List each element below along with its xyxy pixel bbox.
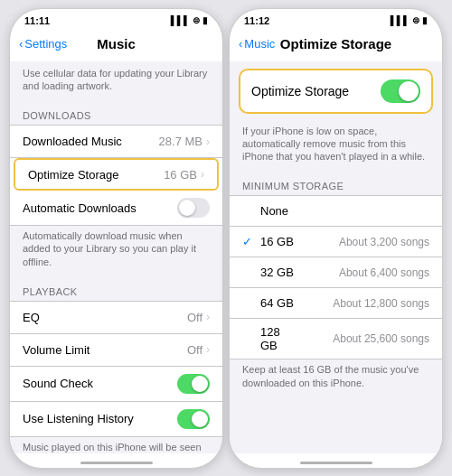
min-storage-label: MINIMUM STORAGE — [230, 170, 442, 195]
32gb-desc: About 6,400 songs — [298, 266, 429, 279]
automatic-downloads-label: Automatic Downloads — [23, 201, 137, 215]
32gb-size-label: 32 GB — [260, 266, 298, 279]
listening-history-knob — [192, 411, 208, 427]
right-screen-content: Optimize Storage If your iPhone is low o… — [230, 61, 442, 453]
optimize-storage-chevron: › — [201, 168, 204, 181]
volume-limit-row[interactable]: Volume Limit Off › — [10, 334, 222, 367]
play-desc: Music played on this iPhone will be seen… — [10, 437, 222, 453]
left-home-indicator — [10, 453, 222, 468]
left-back-button[interactable]: ‹ Settings — [19, 37, 67, 51]
volume-limit-label: Volume Limit — [23, 343, 89, 357]
playback-section-label: PLAYBACK — [10, 275, 222, 301]
optimize-big-toggle-switch[interactable] — [381, 79, 420, 103]
right-time: 11:12 — [244, 15, 269, 26]
phones-container: 11:11 ▌▌▌ ⊜ ▮ ‹ Settings Music Use cellu… — [4, 3, 448, 474]
right-battery-icon: ▮ — [422, 15, 428, 25]
right-wifi-icon: ⊜ — [412, 15, 419, 25]
right-nav-title: Optimize Storage — [280, 36, 391, 51]
downloads-section-label: DOWNLOADS — [10, 99, 222, 125]
sound-check-row[interactable]: Sound Check — [10, 367, 222, 402]
optimize-storage-label: Optimize Storage — [28, 168, 118, 182]
storage-none-row[interactable]: None — [230, 196, 442, 227]
left-nav-header: ‹ Settings Music — [10, 29, 222, 61]
keep-desc: Keep at least 16 GB of the music you've … — [230, 359, 442, 397]
none-size-label: None — [260, 204, 298, 218]
128gb-size-label: 128 GB — [260, 325, 298, 352]
left-screen-content: Use cellular data for updating your Libr… — [10, 61, 222, 453]
storage-options-group: None ✓ 16 GB About 3,200 songs 32 GB Abo… — [230, 195, 442, 359]
downloaded-music-chevron: › — [206, 135, 210, 148]
eq-chevron: › — [206, 311, 210, 323]
auto-downloads-desc: Automatically download music when added … — [10, 226, 222, 275]
right-signal-icon: ▌▌▌ — [391, 15, 410, 25]
optimize-storage-row[interactable]: Optimize Storage 16 GB › — [14, 158, 219, 191]
right-back-chevron-icon: ‹ — [239, 37, 242, 51]
downloaded-music-value: 28.7 MB › — [159, 135, 210, 148]
left-cellular-desc: Use cellular data for updating your Libr… — [10, 61, 222, 100]
left-home-bar — [80, 462, 153, 464]
signal-icon: ▌▌▌ — [171, 15, 190, 25]
storage-128gb-row[interactable]: 128 GB About 25,600 songs — [230, 319, 442, 359]
sound-check-knob — [192, 376, 208, 392]
storage-16gb-row[interactable]: ✓ 16 GB About 3,200 songs — [230, 227, 442, 257]
automatic-downloads-row[interactable]: Automatic Downloads — [10, 191, 222, 225]
left-back-label: Settings — [24, 37, 67, 51]
left-status-icons: ▌▌▌ ⊜ ▮ — [171, 15, 208, 25]
16gb-desc: About 3,200 songs — [298, 236, 429, 248]
16gb-size-label: 16 GB — [260, 235, 298, 248]
wifi-icon: ⊜ — [193, 15, 200, 25]
left-status-bar: 11:11 ▌▌▌ ⊜ ▮ — [10, 9, 222, 29]
right-back-button[interactable]: ‹ Music — [239, 37, 275, 51]
eq-label: EQ — [23, 311, 40, 324]
right-status-bar: 11:12 ▌▌▌ ⊜ ▮ — [230, 9, 442, 29]
optimize-desc: If your iPhone is low on space, automati… — [230, 121, 442, 171]
listening-history-row[interactable]: Use Listening History — [10, 402, 222, 436]
optimize-storage-value: 16 GB › — [164, 168, 204, 182]
listening-history-toggle[interactable] — [177, 409, 210, 429]
right-nav-header: ‹ Music Optimize Storage — [230, 29, 442, 61]
storage-64gb-row[interactable]: 64 GB About 12,800 songs — [230, 288, 442, 319]
optimize-big-toggle-row[interactable]: Optimize Storage — [239, 69, 433, 114]
automatic-downloads-toggle[interactable] — [177, 198, 210, 218]
storage-32gb-row[interactable]: 32 GB About 6,400 songs — [230, 257, 442, 288]
downloaded-music-label: Downloaded Music — [23, 135, 122, 148]
right-back-label: Music — [244, 37, 275, 51]
64gb-desc: About 12,800 songs — [298, 297, 429, 310]
left-nav-title: Music — [97, 36, 136, 51]
volume-limit-chevron: › — [206, 343, 210, 356]
128gb-desc: About 25,600 songs — [298, 332, 429, 345]
sound-check-label: Sound Check — [23, 377, 93, 390]
64gb-size-label: 64 GB — [260, 296, 298, 310]
optimize-big-label: Optimize Storage — [251, 84, 349, 98]
eq-value: Off › — [187, 311, 210, 324]
downloads-group: Downloaded Music 28.7 MB › Optimize Stor… — [10, 125, 222, 226]
right-home-bar — [300, 462, 372, 464]
right-home-indicator — [230, 453, 442, 468]
battery-icon: ▮ — [202, 15, 208, 25]
right-phone: 11:12 ▌▌▌ ⊜ ▮ ‹ Music Optimize Storage O… — [229, 8, 443, 469]
eq-row[interactable]: EQ Off › — [10, 302, 222, 334]
automatic-downloads-knob — [179, 200, 195, 216]
volume-limit-value: Off › — [187, 343, 210, 357]
16gb-check-icon: ✓ — [242, 235, 255, 248]
optimize-big-knob — [399, 81, 419, 101]
right-status-icons: ▌▌▌ ⊜ ▮ — [391, 15, 428, 25]
listening-history-label: Use Listening History — [23, 412, 134, 425]
downloaded-music-row[interactable]: Downloaded Music 28.7 MB › — [10, 126, 222, 158]
back-chevron-icon: ‹ — [19, 37, 23, 51]
left-time: 11:11 — [24, 15, 50, 26]
playback-group: EQ Off › Volume Limit Off › Sound Check — [10, 301, 222, 437]
sound-check-toggle[interactable] — [177, 374, 210, 394]
left-phone: 11:11 ▌▌▌ ⊜ ▮ ‹ Settings Music Use cellu… — [9, 8, 223, 469]
